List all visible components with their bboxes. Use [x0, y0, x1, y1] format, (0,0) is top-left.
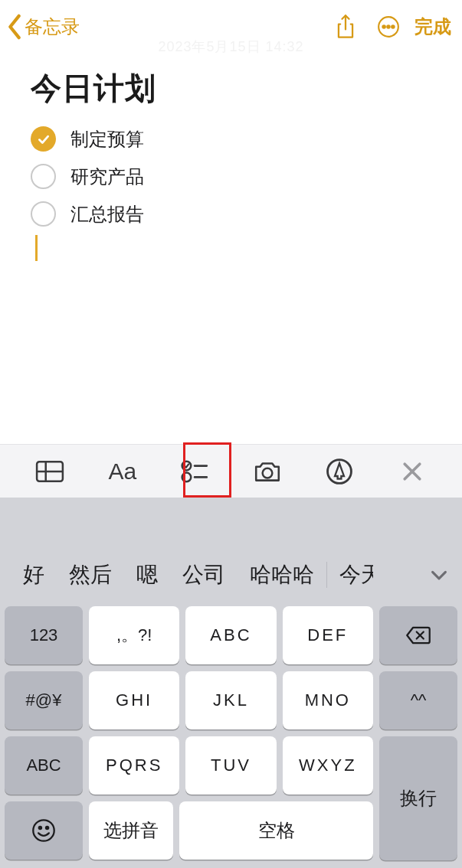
keyboard-gap [0, 498, 462, 548]
checkmark-icon [37, 132, 51, 146]
camera-tool[interactable] [231, 445, 304, 498]
table-tool[interactable] [14, 445, 87, 498]
delete-icon [405, 625, 431, 645]
key-ghi[interactable]: GHI [89, 671, 179, 729]
key-emoji[interactable] [5, 801, 83, 860]
checklist-item-label[interactable]: 汇总报告 [70, 202, 144, 227]
note-title[interactable]: 今日计划 [31, 67, 441, 109]
svg-point-2 [382, 25, 385, 28]
candidate[interactable]: 好 [11, 560, 57, 589]
candidate[interactable]: 然后 [57, 560, 124, 589]
candidate[interactable]: 哈哈哈 [238, 560, 326, 589]
table-icon [35, 457, 64, 486]
checklist-item[interactable]: 制定预算 [31, 120, 441, 158]
back-label: 备忘录 [25, 15, 80, 39]
text-cursor [35, 235, 38, 261]
key-jkl[interactable]: JKL [185, 671, 276, 729]
done-button[interactable]: 完成 [414, 15, 451, 39]
chevron-down-icon [430, 566, 448, 584]
svg-point-19 [39, 827, 41, 829]
format-toolbar: Aa [0, 444, 462, 498]
svg-point-3 [387, 25, 389, 28]
close-icon [401, 461, 423, 482]
markup-tool[interactable] [303, 445, 376, 498]
cursor-line[interactable] [31, 233, 441, 264]
note-editor[interactable]: 今日计划 制定预算 研究产品 汇总报告 [0, 54, 462, 444]
chevron-left-icon [6, 14, 23, 40]
key-punct[interactable]: ,。?! [89, 606, 179, 664]
key-pqrs[interactable]: PQRS [89, 736, 179, 795]
candidate[interactable]: 嗯 [124, 560, 170, 589]
checklist-item-label[interactable]: 制定预算 [70, 127, 144, 152]
key-123[interactable]: 123 [5, 606, 83, 664]
ellipsis-circle-icon [377, 14, 400, 40]
key-abc[interactable]: ABC [185, 606, 276, 664]
checklist-item-label[interactable]: 研究产品 [70, 165, 144, 189]
checklist-item[interactable]: 研究产品 [31, 158, 441, 195]
camera-icon [253, 457, 282, 486]
key-symbols[interactable]: #@¥ [5, 671, 83, 729]
svg-point-4 [392, 25, 394, 28]
key-emoticon[interactable]: ^^ [379, 671, 457, 729]
svg-point-20 [46, 827, 48, 829]
checkbox-unchecked[interactable] [31, 201, 56, 227]
key-wxyz[interactable]: WXYZ [283, 736, 373, 795]
svg-point-12 [262, 468, 272, 478]
key-tuv[interactable]: TUV [185, 736, 276, 795]
key-enter[interactable]: 换行 [379, 736, 457, 860]
candidate-row: 好 然后 嗯 公司 哈哈哈 今天 [0, 548, 462, 602]
checklist-icon [180, 457, 209, 486]
expand-candidates[interactable] [422, 566, 456, 584]
key-mno[interactable]: MNO [283, 671, 373, 729]
key-abc-mode[interactable]: ABC [5, 736, 83, 795]
emoji-icon [31, 818, 56, 843]
checklist-item[interactable]: 汇总报告 [31, 195, 441, 233]
candidate[interactable]: 今天 [327, 560, 373, 589]
candidate[interactable]: 公司 [170, 560, 238, 589]
keyboard: 好 然后 嗯 公司 哈哈哈 今天 123 ,。?! ABC DEF [0, 548, 462, 868]
markup-icon [325, 457, 354, 486]
checklist: 制定预算 研究产品 汇总报告 [31, 120, 441, 264]
checkbox-unchecked[interactable] [31, 164, 56, 189]
key-pinyin[interactable]: 选拼音 [89, 801, 173, 860]
checkbox-checked[interactable] [31, 126, 56, 152]
share-icon [334, 14, 357, 40]
text-format-tool[interactable]: Aa [87, 445, 159, 498]
key-space[interactable]: 空格 [179, 801, 373, 860]
svg-point-18 [33, 820, 54, 840]
checklist-tool[interactable] [159, 445, 231, 498]
key-def[interactable]: DEF [283, 606, 373, 664]
close-toolbar[interactable] [376, 445, 449, 498]
svg-point-10 [182, 472, 192, 481]
note-timestamp: 2023年5月15日 14:32 [0, 38, 462, 56]
back-button[interactable]: 备忘录 [6, 14, 80, 40]
key-delete[interactable] [379, 606, 457, 664]
